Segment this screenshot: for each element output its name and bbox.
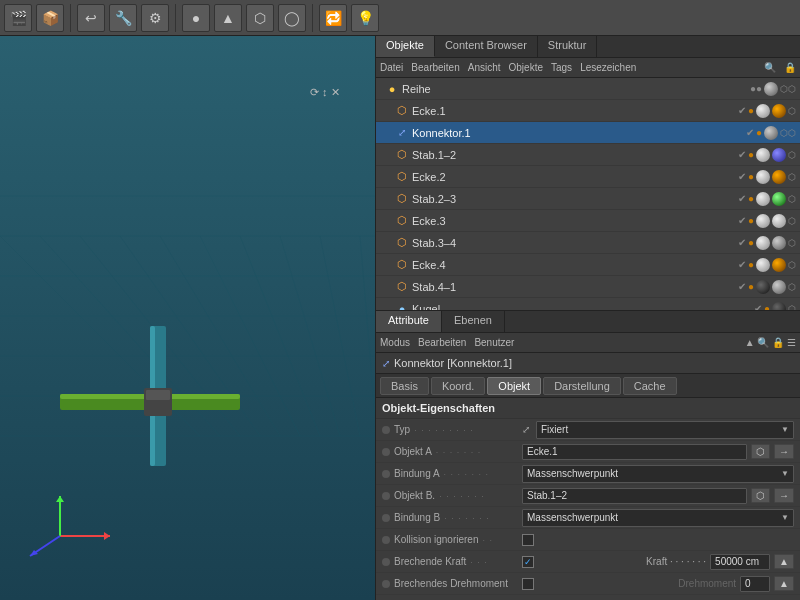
list-item[interactable]: ⬡ Stab.4–1 ✔ ● ⬡ (376, 276, 800, 298)
subtab-cache[interactable]: Cache (623, 377, 677, 395)
attr-menubar: Modus Bearbeiten Benutzer ▲ 🔍 🔒 ☰ (376, 333, 800, 353)
objekt-a-input[interactable] (522, 444, 747, 460)
objekt-b-input[interactable] (522, 488, 747, 504)
menu-tags[interactable]: Tags (551, 62, 572, 73)
attr-label-objekt-b: Objekt B. · · · · · · · (382, 490, 522, 501)
material-ball (756, 214, 770, 228)
drehmoment-label: Drehmoment (678, 578, 736, 589)
kollision-checkbox[interactable] (522, 534, 534, 546)
material-ball (772, 214, 786, 228)
list-item[interactable]: ● Kugel ✔ ● ⬡ (376, 298, 800, 310)
attr-menu-benutzer[interactable]: Benutzer (474, 337, 514, 348)
list-item[interactable]: ⬡ Stab.2–3 ✔ ● ⬡ (376, 188, 800, 210)
menu-bearbeiten[interactable]: Bearbeiten (411, 62, 459, 73)
toolbar-sep-2 (175, 4, 176, 32)
attr-value-brechende-kraft[interactable]: Kraft · · · · · · · ▲ (522, 554, 794, 570)
object-icon: ⬡ (394, 213, 410, 229)
list-item[interactable]: ⬡ Stab.1–2 ✔ ● ⬡ (376, 144, 800, 166)
connector-icon: ⤢ (394, 125, 410, 141)
brechendes-drehmoment-checkbox[interactable] (522, 578, 534, 590)
objekt-a-btn-select[interactable]: ⬡ (751, 444, 770, 459)
list-item[interactable]: ⬡ Stab.3–4 ✔ ● ⬡ (376, 232, 800, 254)
bullet-dot (382, 514, 390, 522)
toolbar-icon-gear[interactable]: ⚙ (141, 4, 169, 32)
attr-label-brechendes-drehmoment: Brechendes Drehmoment (382, 578, 522, 589)
toolbar-icon-wrench[interactable]: 🔧 (109, 4, 137, 32)
subtab-darstellung[interactable]: Darstellung (543, 377, 621, 395)
toolbar-icon-undo[interactable]: ↩ (77, 4, 105, 32)
app-container: 🎬 📦 ↩ 🔧 ⚙ ● ▲ ⬡ ◯ 🔁 💡 (0, 0, 800, 600)
toolbar-icon-film[interactable]: 🎬 (4, 4, 32, 32)
toolbar-icon-light[interactable]: 💡 (351, 4, 379, 32)
bullet-dot (382, 470, 390, 478)
attr-label-bindung-b: Bindung B · · · · · · · (382, 512, 522, 523)
menu-ansicht[interactable]: Ansicht (468, 62, 501, 73)
tab-ebenen[interactable]: Ebenen (442, 311, 505, 332)
subtab-objekt[interactable]: Objekt (487, 377, 541, 395)
objekt-b-btn-select[interactable]: ⬡ (751, 488, 770, 503)
toolbar-icon-rotate[interactable]: 🔁 (319, 4, 347, 32)
attr-value-bindung-b[interactable]: Massenschwerpunkt ▼ (522, 509, 794, 527)
attr-row-objekt-b: Objekt B. · · · · · · · ⬡ → (376, 485, 800, 507)
attr-label-brechende-kraft: Brechende Kraft · · · (382, 556, 522, 567)
menu-lesezeichen[interactable]: Lesezeichen (580, 62, 636, 73)
attr-object-title: ⤢ Konnektor [Konnektor.1] (376, 353, 800, 374)
kraft-input[interactable] (710, 554, 770, 570)
toolbar-sep-3 (312, 4, 313, 32)
tab-attribute[interactable]: Attribute (376, 311, 442, 332)
material-ball (772, 236, 786, 250)
attr-menu-bearbeiten[interactable]: Bearbeiten (418, 337, 466, 348)
tab-objekte[interactable]: Objekte (376, 36, 435, 57)
objekt-a-btn-arrow[interactable]: → (774, 444, 794, 459)
toolbar-icon-hex[interactable]: ⬡ (246, 4, 274, 32)
toolbar-sep-1 (70, 4, 71, 32)
bindung-a-dropdown[interactable]: Massenschwerpunkt ▼ (522, 465, 794, 483)
object-icon: ⬡ (394, 103, 410, 119)
bindung-b-dropdown[interactable]: Massenschwerpunkt ▼ (522, 509, 794, 527)
typ-dropdown[interactable]: Fixiert ▼ (536, 421, 794, 439)
subtab-basis[interactable]: Basis (380, 377, 429, 395)
attr-value-objekt-a[interactable]: ⬡ → (522, 444, 794, 460)
toolbar-icon-circle[interactable]: ◯ (278, 4, 306, 32)
attr-value-bindung-a[interactable]: Massenschwerpunkt ▼ (522, 465, 794, 483)
obj-controls: ✔ ● ⬡ (738, 258, 796, 272)
drehmoment-input[interactable] (740, 576, 770, 592)
menu-datei[interactable]: Datei (380, 62, 403, 73)
kraft-spinner-up[interactable]: ▲ (774, 554, 794, 569)
list-item[interactable]: ⬡ Ecke.1 ✔ ● ⬡ (376, 100, 800, 122)
object-manager: Objekte Content Browser Struktur Datei B… (376, 36, 800, 311)
list-item[interactable]: ⬡ Ecke.2 ✔ ● ⬡ (376, 166, 800, 188)
attr-value-objekt-b[interactable]: ⬡ → (522, 488, 794, 504)
attr-value-typ[interactable]: ⤢ Fixiert ▼ (522, 421, 794, 439)
object-icon: ⬡ (394, 257, 410, 273)
object-icon: ⬡ (394, 235, 410, 251)
obj-controls: ●● ⬡⬡ (750, 82, 796, 96)
brechende-kraft-checkbox[interactable] (522, 556, 534, 568)
lock-icon[interactable]: 🔒 (784, 62, 796, 73)
bullet-dot (382, 580, 390, 588)
attr-menu-modus[interactable]: Modus (380, 337, 410, 348)
menu-objekte[interactable]: Objekte (509, 62, 543, 73)
toolbar-icon-sphere[interactable]: ● (182, 4, 210, 32)
drehmoment-spinner-up[interactable]: ▲ (774, 576, 794, 591)
search-icon[interactable]: 🔍 (764, 62, 776, 73)
obj-list[interactable]: ● Reihe ●● ⬡⬡ ⬡ Ecke.1 (376, 78, 800, 310)
list-item[interactable]: ⬡ Ecke.3 ✔ ● ⬡ (376, 210, 800, 232)
subtab-koord[interactable]: Koord. (431, 377, 485, 395)
tab-struktur[interactable]: Struktur (538, 36, 598, 57)
bullet-dot (382, 536, 390, 544)
obj-controls: ✔ ● ⬡ (738, 214, 796, 228)
list-item[interactable]: ⤢ Konnektor.1 ✔ ● ⬡⬡ (376, 122, 800, 144)
material-ball (756, 236, 770, 250)
tab-content-browser[interactable]: Content Browser (435, 36, 538, 57)
obj-controls: ✔ ● ⬡ (738, 236, 796, 250)
list-item[interactable]: ⬡ Ecke.4 ✔ ● ⬡ (376, 254, 800, 276)
attr-value-brechendes-drehmoment[interactable]: Drehmoment ▲ (522, 576, 794, 592)
toolbar-icon-cube[interactable]: 📦 (36, 4, 64, 32)
list-item[interactable]: ● Reihe ●● ⬡⬡ (376, 78, 800, 100)
objekt-b-btn-arrow[interactable]: → (774, 488, 794, 503)
toolbar-icon-pyramid[interactable]: ▲ (214, 4, 242, 32)
kraft-label: Kraft · · · · · · · (646, 556, 706, 567)
attr-value-kollision[interactable] (522, 534, 794, 546)
viewport[interactable]: ⟳ ↕ ✕ (0, 36, 375, 600)
